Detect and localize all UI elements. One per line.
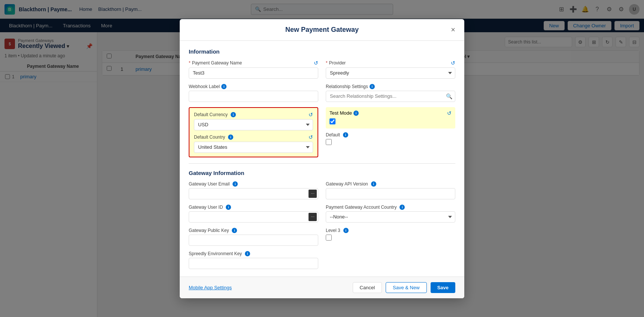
spreedly-environment-key-label: Spreedly Environment Key i (189, 251, 318, 256)
gateway-api-version-input[interactable] (326, 188, 455, 199)
required-star-provider: * (326, 60, 328, 66)
payment-gateway-account-country-select[interactable]: --None-- (326, 211, 455, 223)
modal-title: New Payment Gateway (285, 26, 359, 34)
footer-left: Mobile App Settings (189, 285, 353, 290)
test-mode-reset-icon[interactable]: ↺ (447, 110, 452, 116)
default-currency-reset-icon[interactable]: ↺ (309, 112, 313, 118)
gateway-user-email-label: Gateway User Email i (189, 181, 318, 187)
gateway-user-id-input-wrapper: ⋯ (189, 211, 318, 223)
modal-overlay: New Payment Gateway × Information * Paym… (0, 0, 644, 317)
payment-gateway-name-label: * Payment Gateway Name ↺ (189, 60, 318, 66)
gateway-api-version-info-icon[interactable]: i (371, 181, 376, 187)
gateway-user-email-input[interactable] (189, 188, 318, 199)
default-country-select[interactable]: United States (194, 142, 313, 153)
payment-gateway-name-input[interactable] (189, 67, 318, 79)
gateway-user-email-group: Gateway User Email i ⋯ (189, 181, 318, 199)
webhook-label-label: Webhook Label i (189, 84, 318, 89)
payment-gateway-account-country-label: Payment Gateway Account Country i (326, 205, 455, 210)
payment-gateway-name-group: * Payment Gateway Name ↺ (189, 60, 318, 79)
section-divider (189, 163, 455, 164)
payment-gateway-account-country-group: Payment Gateway Account Country i --None… (326, 205, 455, 223)
level3-group: Level 3 i (326, 228, 455, 246)
webhook-label-group: Webhook Label i (189, 84, 318, 102)
relationship-settings-label: Relationship Settings i (326, 84, 455, 89)
default-country-group: Default Country i ↺ United States (194, 134, 313, 153)
modal-header: New Payment Gateway × (180, 19, 464, 41)
gateway-api-version-group: Gateway API Version i (326, 181, 455, 199)
gateway-user-id-label: Gateway User ID i (189, 205, 318, 210)
cancel-button[interactable]: Cancel (353, 282, 382, 293)
mobile-app-settings-link[interactable]: Mobile App Settings (189, 285, 232, 290)
payment-gateway-name-reset-icon[interactable]: ↺ (314, 60, 318, 66)
test-mode-info-icon[interactable]: i (353, 111, 359, 116)
gateway-information-section-title: Gateway Information (189, 170, 455, 176)
gateway-user-email-input-wrapper: ⋯ (189, 188, 318, 199)
required-star: * (189, 60, 191, 66)
provider-group: * Provider ↺ Spreedly (326, 60, 455, 79)
save-new-button[interactable]: Save & New (386, 282, 427, 293)
default-label: Default i (326, 132, 455, 138)
default-group: Default i (326, 132, 455, 145)
new-payment-gateway-modal: New Payment Gateway × Information * Paym… (180, 19, 464, 298)
default-info-icon[interactable]: i (343, 132, 348, 138)
search-icon-inner: 🔍 (446, 93, 452, 99)
default-checkbox[interactable] (326, 139, 332, 145)
relationship-settings-group: Relationship Settings i 🔍 (326, 84, 455, 102)
gateway-public-key-info-icon[interactable]: i (232, 228, 237, 233)
default-country-label: Default Country i ↺ (194, 134, 313, 140)
modal-footer: Mobile App Settings Cancel Save & New Sa… (180, 277, 464, 298)
spreedly-environment-key-group: Spreedly Environment Key i (189, 251, 318, 269)
webhook-label-input[interactable] (189, 91, 318, 102)
test-mode-checkbox[interactable] (329, 118, 335, 124)
gateway-public-key-group: Gateway Public Key i (189, 228, 318, 246)
webhook-label-info-icon[interactable]: i (221, 84, 227, 89)
modal-body: Information * Payment Gateway Name ↺ * P… (180, 41, 464, 277)
gateway-user-id-input[interactable] (189, 211, 318, 223)
modal-close-button[interactable]: × (448, 24, 458, 35)
provider-label: * Provider ↺ (326, 60, 455, 66)
spreedly-environment-key-input[interactable] (189, 258, 318, 269)
information-section-title: Information (189, 48, 455, 55)
gateway-api-version-label: Gateway API Version i (326, 181, 455, 187)
default-currency-group: Default Currency i ↺ USD (194, 112, 313, 130)
relationship-settings-info-icon[interactable]: i (370, 84, 375, 89)
gateway-user-id-btn[interactable]: ⋯ (309, 213, 317, 221)
default-country-reset-icon[interactable]: ↺ (309, 134, 313, 140)
gateway-user-email-info-icon[interactable]: i (233, 181, 238, 187)
payment-gateway-account-country-info-icon[interactable]: i (400, 205, 405, 210)
default-currency-select[interactable]: USD (194, 119, 313, 130)
right-col-highlighted: Test Mode i ↺ Default i (326, 107, 455, 157)
provider-reset-icon[interactable]: ↺ (451, 60, 455, 66)
level3-label: Level 3 i (326, 228, 455, 233)
level3-checkbox[interactable] (326, 235, 332, 241)
spreedly-environment-key-info-icon[interactable]: i (245, 251, 250, 256)
test-mode-group: Test Mode i ↺ (326, 107, 455, 129)
gateway-public-key-input[interactable] (189, 235, 318, 246)
information-form-grid: * Payment Gateway Name ↺ * Provider ↺ Sp… (189, 60, 455, 157)
test-mode-checkbox-wrapper (329, 118, 452, 126)
level3-info-icon[interactable]: i (343, 228, 349, 233)
gateway-user-email-btn[interactable]: ⋯ (309, 190, 317, 198)
test-mode-label: Test Mode i ↺ (329, 110, 452, 116)
footer-right: Cancel Save & New Save (353, 282, 455, 293)
gateway-user-id-info-icon[interactable]: i (226, 205, 231, 210)
default-currency-highlighted: Default Currency i ↺ USD Default Country… (189, 107, 318, 157)
default-country-info-icon[interactable]: i (228, 135, 233, 140)
gateway-user-id-group: Gateway User ID i ⋯ (189, 205, 318, 223)
save-button[interactable]: Save (431, 282, 455, 293)
provider-select[interactable]: Spreedly (326, 67, 455, 79)
relationship-settings-input[interactable] (326, 91, 455, 102)
gateway-information-form-grid: Gateway User Email i ⋯ Gateway API Versi… (189, 181, 455, 269)
default-currency-info-icon[interactable]: i (231, 112, 236, 117)
default-currency-label: Default Currency i ↺ (194, 112, 313, 118)
relationship-settings-search-wrapper: 🔍 (326, 91, 455, 102)
gateway-public-key-label: Gateway Public Key i (189, 228, 318, 233)
